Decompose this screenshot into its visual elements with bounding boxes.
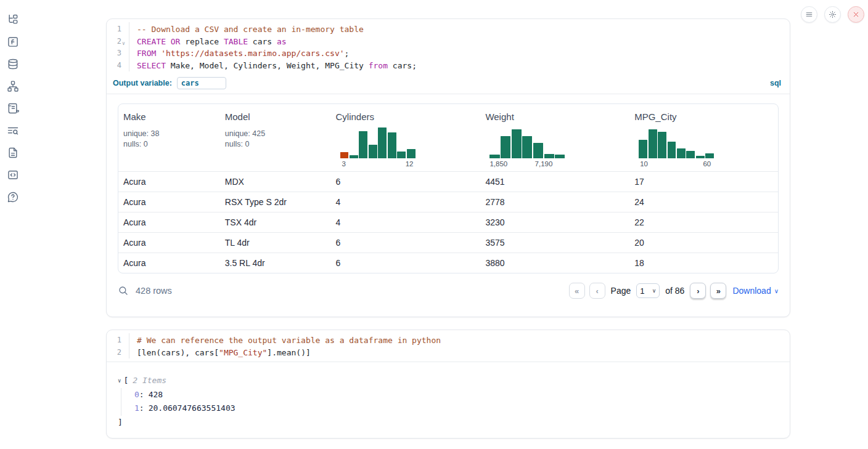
column-name[interactable]: Weight: [485, 111, 514, 122]
table-cell: 6: [331, 258, 481, 268]
chevron-down-icon: ∨: [774, 288, 779, 294]
line-number: 1: [107, 23, 129, 36]
dependency-graph-icon[interactable]: [7, 80, 19, 92]
notebook-actions: [801, 6, 864, 23]
tree-entry-key: 1: [134, 403, 139, 413]
table-cell: 17: [629, 177, 778, 187]
histogram-bar: [407, 149, 416, 158]
table-row: AcuraTL 4dr6357520: [118, 232, 778, 253]
scratchpad-icon[interactable]: [7, 102, 19, 115]
settings-button[interactable]: [824, 6, 841, 23]
next-page-button[interactable]: ›: [690, 283, 706, 299]
table-cell: RSX Type S 2dr: [220, 197, 331, 207]
row-count: 428 rows: [136, 286, 172, 296]
table-cell: Acura: [118, 217, 220, 227]
line-number: 4: [107, 60, 129, 72]
code-line[interactable]: 3FROM 'https://datasets.marimo.app/cars.…: [107, 47, 790, 60]
download-button[interactable]: Download ∨: [732, 286, 779, 296]
sql-code[interactable]: 1-- Download a CSV and create an in-memo…: [107, 19, 790, 75]
shutdown-button[interactable]: [848, 6, 864, 23]
datasources-icon[interactable]: [7, 58, 19, 70]
snippets-icon[interactable]: [7, 169, 19, 181]
histogram-bar: [489, 155, 499, 158]
histogram-bar: [340, 152, 349, 158]
table-footer: 428 rows « ‹ Page 1 ∨ of 86 › » Download…: [107, 273, 790, 299]
column-histogram: 1,8507,190: [489, 127, 565, 168]
table-row: AcuraRSX Type S 2dr4277824: [118, 192, 778, 212]
table-cell: 22: [629, 217, 778, 227]
help-icon[interactable]: [7, 191, 19, 203]
search-icon[interactable]: [118, 285, 129, 296]
column-name[interactable]: Model: [225, 111, 250, 122]
code-line[interactable]: 4SELECT Make, Model, Cylinders, Weight, …: [107, 60, 790, 72]
menu-button[interactable]: [801, 6, 817, 23]
code-line[interactable]: 2∨CREATE OR replace TABLE cars as: [107, 36, 790, 48]
histogram-bar: [388, 132, 396, 158]
page-select-value: 1: [640, 286, 644, 296]
logs-icon[interactable]: [7, 124, 19, 137]
first-page-button[interactable]: «: [569, 283, 585, 299]
histogram-bar: [522, 136, 532, 158]
column-name[interactable]: MPG_City: [634, 111, 676, 122]
code-text: SELECT Make, Model, Cylinders, Weight, M…: [129, 60, 417, 72]
column-header: Modelunique: 425nulls: 0: [220, 111, 331, 168]
prev-page-button[interactable]: ‹: [589, 283, 605, 299]
line-number: 1: [107, 334, 129, 347]
code-line[interactable]: 1-- Download a CSV and create an in-memo…: [107, 23, 790, 36]
table-cell: 3.5 RL 4dr: [220, 258, 331, 268]
histogram-axis-labels: 1060: [639, 160, 714, 168]
code-text: FROM 'https://datasets.marimo.app/cars.c…: [129, 47, 349, 60]
line-number: 2∨: [107, 36, 129, 48]
code-text: # We can reference the output variable a…: [129, 334, 441, 347]
table-row: Acura3.5 RL 4dr6388018: [118, 253, 778, 273]
histogram-bar: [512, 129, 522, 159]
code-text: [len(cars), cars["MPG_City"].mean()]: [129, 347, 311, 359]
hamburger-menu-icon: [805, 10, 813, 18]
histogram-bar: [696, 156, 705, 158]
code-text: -- Download a CSV and create an in-memor…: [129, 23, 364, 36]
documentation-icon[interactable]: [7, 147, 19, 159]
column-name[interactable]: Cylinders: [336, 111, 375, 122]
table-cell: 18: [629, 258, 778, 268]
page-total: of 86: [665, 286, 684, 296]
close-icon: [852, 10, 860, 18]
page-select[interactable]: 1 ∨: [636, 283, 660, 298]
data-table: Makeunique: 38nulls: 0Modelunique: 425nu…: [118, 103, 779, 273]
column-stats: unique: 38nulls: 0: [123, 129, 220, 150]
close-bracket: ]: [118, 416, 779, 430]
sql-cell: 1-- Download a CSV and create an in-memo…: [106, 18, 790, 317]
histogram-bar: [658, 132, 666, 158]
table-cell: TL 4dr: [220, 238, 331, 248]
language-badge: sql: [770, 79, 781, 87]
page-label: Page: [611, 286, 631, 296]
last-page-button[interactable]: »: [710, 283, 726, 299]
notebook-body: 1-- Download a CSV and create an in-memo…: [106, 0, 790, 439]
histogram-bar: [350, 155, 358, 158]
tree-entry-key: 0: [134, 390, 139, 399]
sql-editor[interactable]: 1-- Download a CSV and create an in-memo…: [107, 19, 790, 94]
python-cell: 1# We can reference the output variable …: [106, 330, 790, 439]
collapse-caret-icon[interactable]: ∨: [118, 374, 121, 388]
line-number: 2: [107, 347, 129, 359]
download-label: Download: [732, 286, 771, 296]
file-explorer-icon[interactable]: [7, 14, 19, 26]
column-header: Weight1,8507,190: [480, 111, 629, 168]
table-header: Makeunique: 38nulls: 0Modelunique: 425nu…: [118, 104, 778, 171]
open-bracket: [: [123, 374, 128, 388]
tree-entry: 1:20.060747663551403: [134, 402, 779, 416]
output-variable-input[interactable]: [177, 77, 226, 89]
column-name[interactable]: Make: [123, 111, 146, 122]
table-cell: 24: [629, 197, 778, 207]
table-cell: 2778: [480, 197, 629, 207]
table-cell: 20: [629, 238, 778, 248]
code-line[interactable]: 1# We can reference the output variable …: [107, 334, 790, 347]
tree-entries: 0:4281:20.060747663551403: [121, 388, 779, 416]
python-code[interactable]: 1# We can reference the output variable …: [107, 330, 790, 362]
python-editor[interactable]: 1# We can reference the output variable …: [107, 330, 790, 362]
functions-icon[interactable]: [7, 36, 19, 48]
histogram-bar: [533, 143, 543, 158]
histogram-bar: [639, 140, 647, 158]
histogram-axis-labels: 1,8507,190: [489, 160, 565, 168]
code-line[interactable]: 2[len(cars), cars["MPG_City"].mean()]: [107, 347, 790, 359]
histogram-bar: [544, 154, 554, 158]
